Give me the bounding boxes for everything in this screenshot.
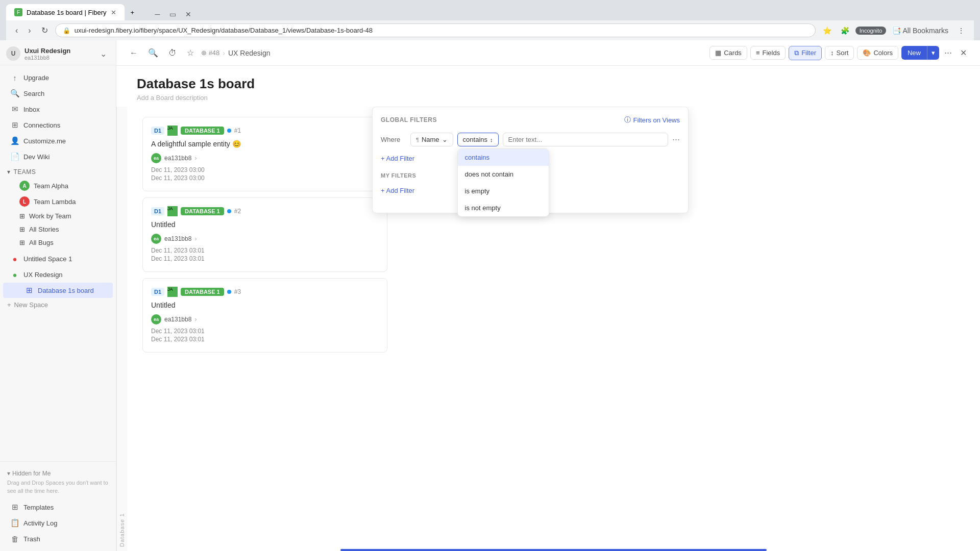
colors-label: Colors [873,49,893,57]
sidebar-item-all-bugs[interactable]: ⊞ All Bugs [3,236,113,249]
templates-label: Templates [23,504,54,511]
card-3-arrow[interactable]: › [194,316,197,323]
sidebar-item-ux-redesign[interactable]: ● UX Redesign [3,267,113,282]
filter-field-btn[interactable]: ¶ Name ⌄ [410,133,453,146]
sidebar-item-inbox[interactable]: ✉ Inbox [3,102,113,117]
window-restore-btn[interactable]: ▭ [165,8,180,20]
workspace-details: Uxui Redesign ea131bb8 [24,47,70,61]
filter-more-btn[interactable]: ··· [672,134,680,145]
back-nav-btn[interactable]: ← [127,46,141,60]
sidebar-item-activity-log[interactable]: 📋 Activity Log [3,515,113,531]
sidebar-item-database-1s-board[interactable]: ⊞ Database 1s board [3,283,113,298]
page-description[interactable]: Add a Board description [137,94,960,102]
close-panel-btn[interactable]: ✕ [957,46,970,60]
card-1-title[interactable]: A delightful sample entity 😊 [151,140,379,148]
incognito-badge: Incognito [855,27,887,35]
colors-btn[interactable]: 🎨 Colors [857,46,898,60]
filter-operator-btn[interactable]: contains ↕ [457,133,499,146]
url-text: uxui-redesign.fibery.io/fibery/space/UX_… [75,27,373,34]
window-close-btn[interactable]: ✕ [181,8,195,20]
card-3-username: ea131bb8 [164,316,191,323]
card-2-title[interactable]: Untitled [151,220,379,229]
card-3-title[interactable]: Untitled [151,301,379,309]
work-by-team-label: Work by Team [29,212,71,220]
sort-btn[interactable]: ↕ Sort [825,46,854,60]
activity-log-label: Activity Log [23,519,57,527]
sidebar-item-work-by-team[interactable]: ⊞ Work by Team [3,210,113,222]
sidebar-item-search[interactable]: 🔍 Search [3,86,113,101]
history-btn[interactable]: ⏱ [165,46,180,60]
sidebar-item-templates[interactable]: ⊞ Templates [3,499,113,515]
forward-btn[interactable]: › [25,24,34,37]
new-btn-arrow[interactable]: ▾ [927,46,939,60]
new-space-btn[interactable]: + New Space [0,298,116,311]
dropdown-item-is-not-empty[interactable]: is not empty [458,199,549,216]
dropdown-item-does-not-contain[interactable]: does not contain [458,166,549,183]
breadcrumb-workspace: UX Redesign [228,49,271,57]
field-icon: ¶ [416,137,419,143]
workspace-name: Uxui Redesign [24,47,70,55]
filter-operator-caret: ↕ [490,137,493,143]
toolbar-more-btn[interactable]: ··· [942,45,954,60]
star-btn[interactable]: ☆ [184,46,197,60]
sidebar-item-untitled-space[interactable]: ● Untitled Space 1 [3,251,113,266]
tab-bar: F Database 1s board | Fibery ✕ + ─ ▭ ✕ [6,4,974,20]
all-bugs-label: All Bugs [29,239,54,246]
sidebar-item-team-alpha[interactable]: A Team Alpha [3,178,113,193]
sidebar-toggle-btn[interactable]: ⌄ [97,47,110,61]
address-bar[interactable]: 🔒 uxui-redesign.fibery.io/fibery/space/U… [55,23,816,37]
work-by-team-icon: ⊞ [19,212,25,220]
add-my-filter-btn[interactable]: + Add Filter [381,185,414,196]
filter-text-input[interactable] [503,133,668,146]
card-2-arrow[interactable]: › [194,235,197,242]
untitled-space-icon: ● [10,254,19,263]
sidebar-item-team-lambda[interactable]: L Team Lambda [3,194,113,209]
sidebar-item-all-stories[interactable]: ⊞ All Stories [3,223,113,236]
sidebar-item-devwiki[interactable]: 📄 Dev Wiki [3,149,113,164]
filters-on-views-link[interactable]: ⓘ Filters on Views [624,115,680,124]
card-1-type-badge: DATABASE 1 [181,127,224,135]
sidebar-item-customize[interactable]: 👤 Customize.me [3,133,113,148]
templates-icon: ⊞ [10,503,19,512]
dropdown-item-is-empty[interactable]: is empty [458,183,549,199]
lock-icon: 🔒 [63,27,70,34]
menu-btn[interactable]: ⋮ [954,24,968,37]
sidebar-item-connections[interactable]: ⊞ Connections [3,117,113,133]
teams-collapse-icon: ▾ [7,168,11,176]
activity-log-icon: 📋 [10,518,19,528]
workspace-info[interactable]: U Uxui Redesign ea131bb8 [6,46,70,61]
page-header: Database 1s board Add a Board descriptio… [116,66,980,107]
bookmarks-btn[interactable]: 📑 All Bookmarks [889,24,951,37]
browser-toolbar: ‹ › ↻ 🔒 uxui-redesign.fibery.io/fibery/s… [6,20,974,40]
extensions-btn[interactable]: 🧩 [838,24,852,37]
active-tab[interactable]: F Database 1s board | Fibery ✕ [6,4,125,20]
fields-btn[interactable]: ≡ Fields [750,46,786,60]
filter-panel-title: GLOBAL FILTERS [381,116,437,123]
tab-close-btn[interactable]: ✕ [111,9,116,16]
teams-header[interactable]: ▾ Teams [0,166,116,178]
sidebar-header: U Uxui Redesign ea131bb8 ⌄ [0,40,116,65]
bookmark-btn[interactable]: ⭐ [820,24,835,37]
reload-btn[interactable]: ↻ [38,23,51,37]
new-btn-label[interactable]: New [901,46,927,60]
scrollbar-bottom [340,549,767,551]
card-1-arrow[interactable]: › [194,155,197,162]
new-tab-btn[interactable]: + [125,5,145,20]
toolbar-right: ▦ Cards ≡ Fields ⧉ Filter ↕ Sort 🎨 Co [709,45,970,60]
sidebar-item-trash[interactable]: 🗑 Trash [3,531,113,546]
filter-btn[interactable]: ⧉ Filter [789,46,822,60]
dropdown-item-contains[interactable]: contains [458,149,549,166]
cards-label: Cards [724,49,742,57]
card-2-avatar: ea [151,234,161,244]
back-btn[interactable]: ‹ [12,24,21,37]
search-toolbar-btn[interactable]: 🔍 [145,46,161,60]
add-global-filter-btn[interactable]: + Add Filter [381,153,414,164]
new-btn-group[interactable]: New ▾ [901,46,939,60]
cards-btn[interactable]: ▦ Cards [709,46,747,60]
window-minimize-btn[interactable]: ─ [151,8,164,20]
all-stories-label: All Stories [29,226,59,233]
all-bugs-icon: ⊞ [19,239,25,246]
hidden-label[interactable]: ▾ Hidden for Me [7,470,109,477]
card-2-date1: Dec 11, 2023 03:01 [151,247,379,254]
sidebar-item-upgrade[interactable]: ↑ Upgrade [3,70,113,85]
